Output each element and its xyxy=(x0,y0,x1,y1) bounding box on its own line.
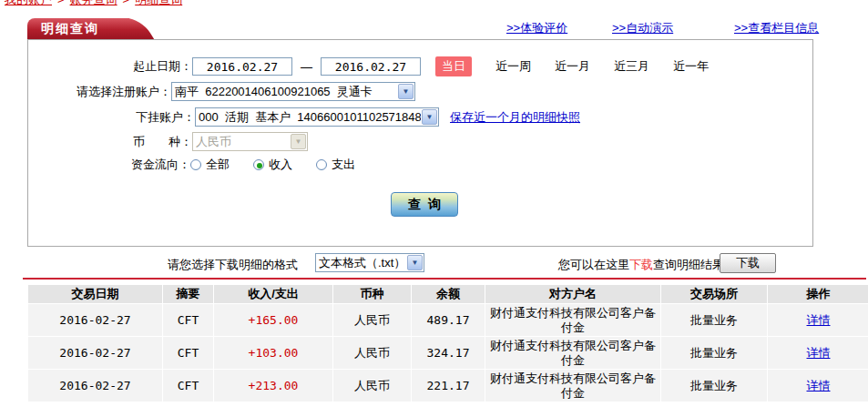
breadcrumb-separator: > xyxy=(123,0,130,6)
date-range-label: 起止日期： xyxy=(28,58,192,75)
detail-link[interactable]: 详情 xyxy=(807,346,831,360)
query-form-panel: 起止日期： — 当日 近一周 近一月 近三月 近一年 请选择注册账户： 南平 6… xyxy=(27,39,813,247)
query-button[interactable]: 查 询 xyxy=(391,192,458,217)
cell-currency: 人民币 xyxy=(333,370,411,402)
download-hint-suffix: 查询明细结果 xyxy=(653,258,724,271)
quick-range-year[interactable]: 近一年 xyxy=(673,58,709,75)
cell-counterparty: 财付通支付科技有限公司客户备付金 xyxy=(485,370,660,402)
cell-trade-date: 2016-02-27 xyxy=(28,304,162,336)
cell-trade-place: 批量业务 xyxy=(661,337,767,369)
currency-row: 币 种： 人民币 ▼ xyxy=(28,132,308,151)
cell-summary: CFT xyxy=(163,337,213,369)
sub-account-label: 下挂账户： xyxy=(28,109,195,126)
header-trade-place: 交易场所 xyxy=(661,285,767,303)
date-to-input[interactable] xyxy=(321,57,421,76)
cell-trade-date: 2016-02-27 xyxy=(28,370,162,402)
cell-trade-date: 2016-02-27 xyxy=(28,337,162,369)
header-balance: 余额 xyxy=(412,285,485,303)
fund-flow-row: 资金流向： 全部 收入 支出 xyxy=(28,157,355,173)
sub-account-select[interactable]: 000 活期 基本户 1406600101102571848 ▼ xyxy=(195,107,439,127)
registered-account-select[interactable]: 南平 6222001406100921065 灵通卡 ▼ xyxy=(171,82,415,101)
cell-currency: 人民币 xyxy=(333,304,411,336)
download-format-select[interactable]: 文本格式（.txt） ▼ xyxy=(315,253,424,272)
date-from-input[interactable] xyxy=(192,57,292,76)
chevron-down-icon: ▼ xyxy=(407,255,423,270)
table-header-row: 交易日期 摘要 收入/支出 币种 余额 对方户名 交易场所 操作 xyxy=(28,285,868,303)
currency-label: 币 种： xyxy=(28,134,192,150)
header-currency: 币种 xyxy=(333,285,411,303)
registered-account-value: 南平 6222001406100921065 灵通卡 xyxy=(172,84,397,100)
save-monthly-snapshot-link[interactable]: 保存近一个月的明细快照 xyxy=(450,109,580,126)
table-row: 2016-02-27 CFT +103.00 人民币 324.17 财付通支付科… xyxy=(28,337,868,369)
date-range-row: 起止日期： — 当日 近一周 近一月 近三月 近一年 xyxy=(28,56,709,76)
fund-flow-label: 资金流向： xyxy=(28,157,190,173)
download-button[interactable]: 下载 xyxy=(720,253,776,273)
cell-counterparty: 财付通支付科技有限公司客户备付金 xyxy=(485,304,660,336)
cell-trade-place: 批量业务 xyxy=(661,370,767,402)
cell-action: 详情 xyxy=(768,370,868,402)
breadcrumb-link-account-query[interactable]: 账务查询 xyxy=(70,0,117,6)
table-row: 2016-02-27 CFT +165.00 人民币 489.17 财付通支付科… xyxy=(28,304,868,336)
cell-action: 详情 xyxy=(768,304,868,336)
cell-trade-place: 批量业务 xyxy=(661,304,767,336)
quick-range-today-button[interactable]: 当日 xyxy=(435,56,472,76)
currency-select: 人民币 ▼ xyxy=(192,132,308,151)
chevron-down-icon: ▼ xyxy=(291,134,306,149)
header-counterparty: 对方户名 xyxy=(485,285,660,303)
registered-account-label: 请选择注册账户： xyxy=(28,84,171,100)
radio-flow-income-label: 收入 xyxy=(269,157,292,173)
cell-balance: 221.17 xyxy=(412,370,485,402)
quick-range-week[interactable]: 近一周 xyxy=(495,58,531,75)
radio-flow-all-label: 全部 xyxy=(206,157,230,173)
cell-amount: +213.00 xyxy=(214,370,332,402)
radio-flow-all[interactable] xyxy=(190,159,201,170)
detail-link[interactable]: 详情 xyxy=(807,379,831,392)
header-trade-date: 交易日期 xyxy=(28,285,162,303)
header-summary: 摘要 xyxy=(163,285,213,303)
chevron-down-icon: ▼ xyxy=(422,109,437,125)
tab-title: 明细查询 xyxy=(27,18,129,39)
detail-link[interactable]: 详情 xyxy=(807,313,831,327)
red-divider xyxy=(23,278,866,280)
quick-range-quarter[interactable]: 近三月 xyxy=(614,58,649,75)
cell-amount: +165.00 xyxy=(214,304,332,336)
date-range-dash: — xyxy=(301,60,312,74)
page: 我的账户>账务查询>明细查询 明细查询 >>体验评价 >>自动演示 >>查看栏目… xyxy=(0,0,868,417)
chevron-down-icon: ▼ xyxy=(398,84,414,99)
link-view-column-info[interactable]: >>查看栏目信息 xyxy=(734,20,819,36)
download-hint-highlight: 下载 xyxy=(629,258,653,271)
breadcrumb-link-my-account[interactable]: 我的账户 xyxy=(5,0,52,6)
radio-flow-expense[interactable] xyxy=(316,159,327,170)
link-experience-rating[interactable]: >>体验评价 xyxy=(506,20,567,36)
transactions-table: 交易日期 摘要 收入/支出 币种 余额 对方户名 交易场所 操作 2016-02… xyxy=(27,284,868,402)
table-row: 2016-02-27 CFT +213.00 人民币 221.17 财付通支付科… xyxy=(28,370,868,402)
cell-counterparty: 财付通支付科技有限公司客户备付金 xyxy=(485,337,660,369)
download-format-value: 文本格式（.txt） xyxy=(316,255,406,271)
registered-account-row: 请选择注册账户： 南平 6222001406100921065 灵通卡 ▼ xyxy=(28,82,415,101)
tab-detail-query[interactable]: 明细查询 xyxy=(27,18,129,39)
link-auto-demo[interactable]: >>自动演示 xyxy=(612,20,673,36)
currency-value: 人民币 xyxy=(193,134,290,150)
cell-summary: CFT xyxy=(163,304,213,336)
header-income-expense: 收入/支出 xyxy=(214,285,332,303)
radio-flow-expense-label: 支出 xyxy=(332,157,355,173)
sub-account-value: 000 活期 基本户 1406600101102571848 xyxy=(196,109,421,126)
breadcrumb: 我的账户>账务查询>明细查询 xyxy=(5,0,182,8)
sub-account-row: 下挂账户： 000 活期 基本户 1406600101102571848 ▼ 保… xyxy=(28,107,580,127)
download-hint-prefix: 您可以在这里 xyxy=(558,258,629,271)
cell-balance: 324.17 xyxy=(412,337,485,369)
radio-flow-income[interactable] xyxy=(253,159,264,170)
download-format-label: 请您选择下载明细的格式 xyxy=(168,257,298,273)
breadcrumb-link-detail-query[interactable]: 明细查询 xyxy=(135,0,182,6)
download-hint: 您可以在这里下载查询明细结果 xyxy=(558,257,724,273)
cell-summary: CFT xyxy=(163,370,213,402)
cell-action: 详情 xyxy=(768,337,868,369)
cell-currency: 人民币 xyxy=(333,337,411,369)
cell-balance: 489.17 xyxy=(412,304,485,336)
cell-amount: +103.00 xyxy=(214,337,332,369)
header-action: 操作 xyxy=(768,285,868,303)
breadcrumb-separator: > xyxy=(57,0,65,6)
quick-range-month[interactable]: 近一月 xyxy=(555,58,590,75)
